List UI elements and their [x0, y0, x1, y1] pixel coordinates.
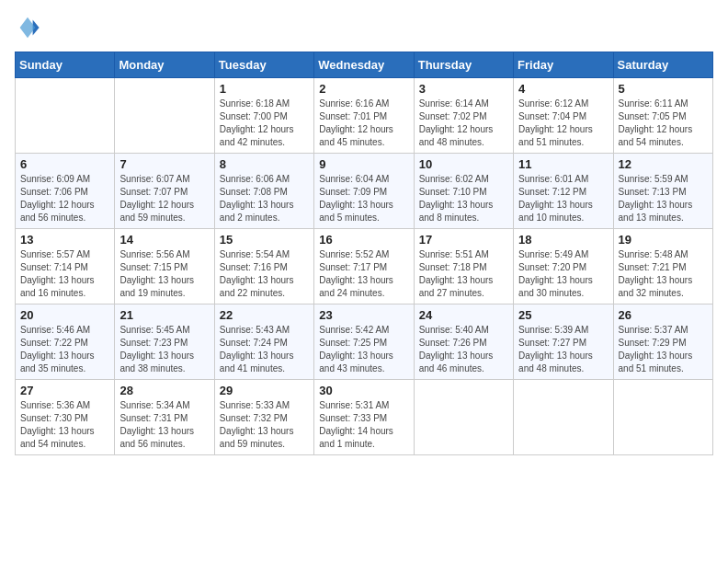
calendar-cell: 27Sunrise: 5:36 AM Sunset: 7:30 PM Dayli…: [16, 380, 115, 455]
calendar-cell: 29Sunrise: 5:33 AM Sunset: 7:32 PM Dayli…: [214, 380, 313, 455]
calendar-cell: 21Sunrise: 5:45 AM Sunset: 7:23 PM Dayli…: [115, 304, 214, 380]
calendar-week-row: 13Sunrise: 5:57 AM Sunset: 7:14 PM Dayli…: [16, 229, 713, 304]
day-number: 4: [518, 82, 608, 96]
calendar-cell: 6Sunrise: 6:09 AM Sunset: 7:06 PM Daylig…: [16, 154, 115, 229]
day-info: Sunrise: 5:43 AM Sunset: 7:24 PM Dayligh…: [220, 324, 309, 375]
day-number: 13: [20, 233, 109, 247]
day-info: Sunrise: 6:16 AM Sunset: 7:01 PM Dayligh…: [319, 98, 408, 149]
day-info: Sunrise: 5:45 AM Sunset: 7:23 PM Dayligh…: [119, 324, 209, 375]
calendar-cell: 22Sunrise: 5:43 AM Sunset: 7:24 PM Dayli…: [214, 304, 313, 380]
weekday-header-wednesday: Wednesday: [314, 52, 414, 78]
calendar-cell: 2Sunrise: 6:16 AM Sunset: 7:01 PM Daylig…: [314, 78, 414, 154]
page-header: [15, 15, 713, 40]
calendar-cell: [514, 380, 613, 455]
calendar-cell: 10Sunrise: 6:02 AM Sunset: 7:10 PM Dayli…: [414, 154, 513, 229]
calendar-cell: 5Sunrise: 6:11 AM Sunset: 7:05 PM Daylig…: [613, 78, 712, 154]
calendar-cell: 7Sunrise: 6:07 AM Sunset: 7:07 PM Daylig…: [115, 154, 214, 229]
calendar-cell: 19Sunrise: 5:48 AM Sunset: 7:21 PM Dayli…: [613, 229, 712, 304]
calendar-cell: 13Sunrise: 5:57 AM Sunset: 7:14 PM Dayli…: [16, 229, 115, 304]
day-number: 11: [518, 157, 608, 171]
calendar-cell: [115, 78, 214, 154]
calendar-header-row: SundayMondayTuesdayWednesdayThursdayFrid…: [16, 52, 713, 78]
day-info: Sunrise: 5:33 AM Sunset: 7:32 PM Dayligh…: [220, 399, 309, 451]
calendar-table: SundayMondayTuesdayWednesdayThursdayFrid…: [15, 52, 713, 455]
day-info: Sunrise: 6:06 AM Sunset: 7:08 PM Dayligh…: [220, 173, 309, 224]
calendar-cell: 14Sunrise: 5:56 AM Sunset: 7:15 PM Dayli…: [115, 229, 214, 304]
calendar-cell: 18Sunrise: 5:49 AM Sunset: 7:20 PM Dayli…: [514, 229, 613, 304]
calendar-cell: 23Sunrise: 5:42 AM Sunset: 7:25 PM Dayli…: [314, 304, 414, 380]
day-info: Sunrise: 5:56 AM Sunset: 7:15 PM Dayligh…: [119, 248, 209, 300]
day-info: Sunrise: 5:36 AM Sunset: 7:30 PM Dayligh…: [20, 399, 109, 451]
day-number: 7: [119, 157, 209, 171]
calendar-cell: 3Sunrise: 6:14 AM Sunset: 7:02 PM Daylig…: [414, 78, 513, 154]
calendar-week-row: 20Sunrise: 5:46 AM Sunset: 7:22 PM Dayli…: [16, 304, 713, 380]
calendar-cell: 24Sunrise: 5:40 AM Sunset: 7:26 PM Dayli…: [414, 304, 513, 380]
day-info: Sunrise: 5:39 AM Sunset: 7:27 PM Dayligh…: [518, 324, 608, 375]
day-number: 3: [419, 82, 508, 96]
day-info: Sunrise: 6:09 AM Sunset: 7:06 PM Dayligh…: [20, 173, 109, 224]
calendar-week-row: 1Sunrise: 6:18 AM Sunset: 7:00 PM Daylig…: [16, 78, 713, 154]
weekday-header-monday: Monday: [115, 52, 214, 78]
weekday-header-thursday: Thursday: [414, 52, 513, 78]
weekday-header-saturday: Saturday: [613, 52, 712, 78]
day-number: 17: [419, 233, 508, 247]
day-info: Sunrise: 6:07 AM Sunset: 7:07 PM Dayligh…: [119, 173, 209, 224]
calendar-cell: 20Sunrise: 5:46 AM Sunset: 7:22 PM Dayli…: [16, 304, 115, 380]
calendar-cell: 26Sunrise: 5:37 AM Sunset: 7:29 PM Dayli…: [613, 304, 712, 380]
calendar-cell: 8Sunrise: 6:06 AM Sunset: 7:08 PM Daylig…: [214, 154, 313, 229]
calendar-cell: [16, 78, 115, 154]
day-number: 8: [220, 157, 309, 171]
day-info: Sunrise: 6:11 AM Sunset: 7:05 PM Dayligh…: [619, 98, 708, 149]
day-number: 24: [419, 308, 508, 322]
day-info: Sunrise: 5:40 AM Sunset: 7:26 PM Dayligh…: [419, 324, 508, 375]
day-info: Sunrise: 5:34 AM Sunset: 7:31 PM Dayligh…: [119, 399, 209, 451]
calendar-week-row: 27Sunrise: 5:36 AM Sunset: 7:30 PM Dayli…: [16, 380, 713, 455]
day-number: 22: [220, 308, 309, 322]
day-info: Sunrise: 5:31 AM Sunset: 7:33 PM Dayligh…: [319, 399, 408, 451]
day-info: Sunrise: 5:42 AM Sunset: 7:25 PM Dayligh…: [319, 324, 408, 375]
day-number: 5: [619, 82, 708, 96]
day-info: Sunrise: 6:04 AM Sunset: 7:09 PM Dayligh…: [319, 173, 408, 224]
day-info: Sunrise: 6:18 AM Sunset: 7:00 PM Dayligh…: [220, 98, 309, 149]
day-info: Sunrise: 5:59 AM Sunset: 7:13 PM Dayligh…: [619, 173, 708, 224]
logo-icon: [15, 15, 40, 40]
weekday-header-tuesday: Tuesday: [214, 52, 313, 78]
day-info: Sunrise: 5:37 AM Sunset: 7:29 PM Dayligh…: [619, 324, 708, 375]
day-info: Sunrise: 5:48 AM Sunset: 7:21 PM Dayligh…: [619, 248, 708, 300]
calendar-cell: 28Sunrise: 5:34 AM Sunset: 7:31 PM Dayli…: [115, 380, 214, 455]
day-info: Sunrise: 5:51 AM Sunset: 7:18 PM Dayligh…: [419, 248, 508, 300]
weekday-header-sunday: Sunday: [16, 52, 115, 78]
day-info: Sunrise: 6:14 AM Sunset: 7:02 PM Dayligh…: [419, 98, 508, 149]
day-number: 2: [319, 82, 408, 96]
calendar-cell: 16Sunrise: 5:52 AM Sunset: 7:17 PM Dayli…: [314, 229, 414, 304]
day-number: 18: [518, 233, 608, 247]
calendar-cell: 12Sunrise: 5:59 AM Sunset: 7:13 PM Dayli…: [613, 154, 712, 229]
day-number: 9: [319, 157, 408, 171]
calendar-cell: 9Sunrise: 6:04 AM Sunset: 7:09 PM Daylig…: [314, 154, 414, 229]
calendar-cell: 4Sunrise: 6:12 AM Sunset: 7:04 PM Daylig…: [514, 78, 613, 154]
day-number: 6: [20, 157, 109, 171]
day-number: 12: [619, 157, 708, 171]
day-info: Sunrise: 6:02 AM Sunset: 7:10 PM Dayligh…: [419, 173, 508, 224]
logo: [15, 15, 44, 40]
day-number: 23: [319, 308, 408, 322]
day-number: 20: [20, 308, 109, 322]
day-info: Sunrise: 6:01 AM Sunset: 7:12 PM Dayligh…: [518, 173, 608, 224]
day-number: 15: [220, 233, 309, 247]
day-number: 1: [220, 82, 309, 96]
day-info: Sunrise: 5:52 AM Sunset: 7:17 PM Dayligh…: [319, 248, 408, 300]
day-number: 27: [20, 384, 109, 397]
day-info: Sunrise: 5:57 AM Sunset: 7:14 PM Dayligh…: [20, 248, 109, 300]
calendar-cell: [613, 380, 712, 455]
day-number: 29: [220, 384, 309, 397]
day-number: 14: [119, 233, 209, 247]
day-number: 28: [119, 384, 209, 397]
day-number: 10: [419, 157, 508, 171]
day-number: 21: [119, 308, 209, 322]
day-number: 25: [518, 308, 608, 322]
day-number: 16: [319, 233, 408, 247]
calendar-cell: [414, 380, 513, 455]
day-info: Sunrise: 5:54 AM Sunset: 7:16 PM Dayligh…: [220, 248, 309, 300]
calendar-cell: 25Sunrise: 5:39 AM Sunset: 7:27 PM Dayli…: [514, 304, 613, 380]
day-info: Sunrise: 5:49 AM Sunset: 7:20 PM Dayligh…: [518, 248, 608, 300]
